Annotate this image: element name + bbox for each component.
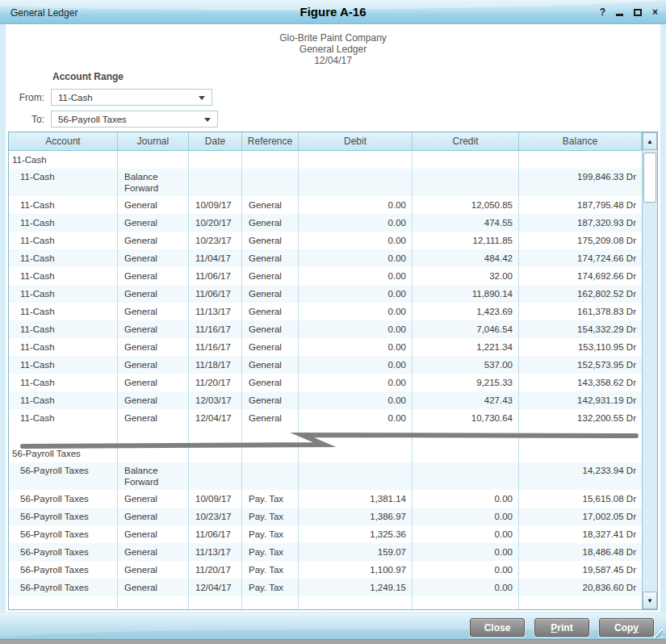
cell-journal: General — [118, 356, 189, 374]
table-row: 11-CashGeneral11/06/17General0.0032.0017… — [9, 267, 642, 285]
cell-reference — [242, 445, 299, 462]
cell-date: 11/20/17 — [189, 561, 242, 579]
ledger-table: AccountJournalDateReferenceDebitCreditBa… — [8, 132, 658, 610]
scroll-down-icon[interactable]: ▼ — [643, 592, 657, 609]
cell-account: 11-Cash — [9, 320, 118, 338]
cell-credit: 12,050.85 — [413, 196, 519, 214]
cell-balance: 175,209.08 Dr — [519, 232, 642, 249]
table-row — [9, 427, 642, 445]
column-header-reference[interactable]: Reference — [242, 132, 299, 150]
column-header-date[interactable]: Date — [189, 132, 242, 150]
scroll-up-icon[interactable]: ▲ — [643, 132, 657, 150]
minimize-icon[interactable] — [616, 14, 623, 16]
cell-account: 11-Cash — [9, 232, 118, 249]
cell-journal: General — [118, 232, 189, 249]
cell-journal — [118, 445, 189, 462]
cell-balance: 199,846.33 Dr — [519, 169, 642, 196]
cell-credit: 0.00 — [413, 561, 519, 579]
cell-debit: 0.00 — [299, 267, 413, 285]
table-row: 11-CashGeneral11/18/17General0.00537.001… — [9, 356, 642, 374]
cell-account — [9, 427, 118, 445]
cell-date: 11/13/17 — [189, 543, 242, 561]
vertical-scrollbar[interactable]: ▲ ▼ — [642, 132, 657, 609]
cell-journal — [118, 596, 189, 609]
column-header-debit[interactable]: Debit — [299, 132, 413, 150]
cell-reference: Pay. Tax — [242, 490, 299, 508]
cell-account: 11-Cash — [9, 338, 118, 356]
table-row: 11-CashGeneral11/06/17General0.0011,890.… — [9, 285, 642, 303]
table-row: 11-CashGeneral10/20/17General0.00474.551… — [9, 214, 642, 232]
cell-credit: 11,890.14 — [413, 285, 519, 303]
cell-reference: General — [242, 391, 299, 409]
table-row: 11-CashGeneral11/04/17General0.00484.421… — [9, 249, 642, 267]
general-ledger-window: General Ledger Figure A-16 ? × Glo-Brite… — [0, 0, 666, 644]
cell-date — [189, 445, 242, 462]
cell-journal: Balance Forward — [118, 462, 189, 490]
cell-balance: 152,573.95 Dr — [519, 356, 642, 374]
column-header-balance[interactable]: Balance — [519, 132, 642, 150]
from-label: From: — [0, 92, 44, 103]
cell-journal: General — [118, 391, 189, 409]
cell-account: 11-Cash — [9, 249, 118, 267]
cell-date: 11/16/17 — [189, 320, 242, 338]
cell-reference: General — [242, 267, 299, 285]
close-icon[interactable]: × — [652, 7, 658, 17]
column-header-credit[interactable]: Credit — [413, 132, 519, 150]
cell-date: 11/06/17 — [189, 525, 242, 543]
cell-date — [189, 596, 242, 609]
table-row: 11-CashGeneral11/20/17General0.009,215.3… — [9, 374, 642, 391]
cell-balance: 187,320.93 Dr — [519, 214, 642, 232]
maximize-icon[interactable] — [634, 9, 642, 16]
column-header-account[interactable]: Account — [9, 132, 118, 150]
cell-debit: 0.00 — [299, 391, 413, 409]
cell-debit: 1,249.15 — [299, 579, 413, 596]
table-row: 11-CashGeneral11/13/17General0.001,423.6… — [9, 303, 642, 320]
cell-account: 11-Cash — [9, 267, 118, 285]
cell-date: 11/06/17 — [189, 267, 242, 285]
cell-reference — [242, 596, 299, 609]
cell-credit: 0.00 — [413, 508, 519, 525]
cell-debit: 0.00 — [299, 285, 413, 303]
cell-credit: 0.00 — [413, 579, 519, 596]
cell-debit — [299, 169, 413, 196]
copy-button[interactable]: Copy — [599, 618, 654, 637]
close-button[interactable]: Close — [470, 618, 525, 637]
table-row: 11-CashGeneral12/03/17General0.00427.431… — [9, 391, 642, 409]
table-row: 56-Payroll TaxesGeneral10/23/17Pay. Tax1… — [9, 508, 642, 525]
to-account-dropdown[interactable]: 56-Payroll Taxes — [51, 111, 218, 128]
table-header-row: AccountJournalDateReferenceDebitCreditBa… — [9, 132, 657, 151]
window-controls: ? × — [600, 0, 658, 24]
cell-balance: 174,724.66 Dr — [519, 249, 642, 267]
cell-debit: 1,325.36 — [299, 525, 413, 543]
cell-account: 56-Payroll Taxes — [9, 508, 118, 525]
from-account-dropdown[interactable]: 11-Cash — [51, 89, 212, 106]
cell-date: 11/16/17 — [189, 338, 242, 356]
cell-debit: 0.00 — [299, 409, 413, 427]
cell-credit — [413, 151, 519, 169]
print-button[interactable]: Print — [534, 618, 589, 637]
cell-reference — [242, 462, 299, 490]
scrollbar-thumb[interactable] — [643, 153, 656, 203]
report-title: General Ledger — [0, 44, 666, 55]
cell-credit: 9,215.33 — [413, 374, 519, 391]
help-icon[interactable]: ? — [600, 7, 605, 17]
cell-credit: 7,046.54 — [413, 320, 519, 338]
cell-credit: 1,221.34 — [413, 338, 519, 356]
cell-reference: General — [242, 356, 299, 374]
cell-account: 11-Cash — [9, 374, 118, 391]
cell-account: 56-Payroll Taxes — [9, 445, 118, 462]
cell-journal: General — [118, 543, 189, 561]
table-row: 11-CashGeneral11/16/17General0.007,046.5… — [9, 320, 642, 338]
cell-debit — [299, 445, 413, 462]
cell-credit: 12,111.85 — [413, 232, 519, 249]
table-row: 11-CashBalance Forward199,846.33 Dr — [9, 169, 642, 196]
cell-debit: 0.00 — [299, 196, 413, 214]
cell-reference: General — [242, 374, 299, 391]
cell-account: 56-Payroll Taxes — [9, 462, 118, 490]
cell-credit: 1,423.69 — [413, 303, 519, 320]
column-header-journal[interactable]: Journal — [118, 132, 189, 150]
cell-balance — [519, 445, 642, 462]
cell-balance: 18,327.41 Dr — [519, 525, 642, 543]
cell-balance: 19,587.45 Dr — [519, 561, 642, 579]
cell-debit: 1,381.14 — [299, 490, 413, 508]
